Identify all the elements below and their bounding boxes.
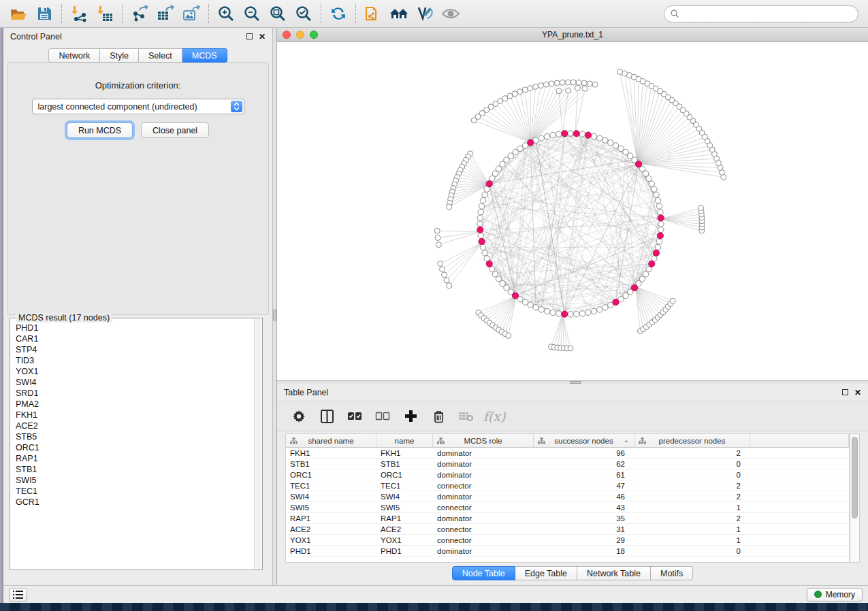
table-scrollbar[interactable] [850,433,860,563]
network-window-titlebar[interactable]: YPA_prune.txt_1 [277,28,868,42]
table-cell[interactable]: 29 [534,535,634,546]
table-cell[interactable]: 18 [534,546,634,557]
column-header-MCDS-role[interactable]: MCDS role [433,434,534,448]
open-session-button[interactable] [5,2,31,25]
first-neighbors-button[interactable] [386,2,412,25]
table-cell[interactable]: YOX1 [286,535,376,546]
mcds-result-item[interactable]: TEC1 [16,486,248,497]
memory-button[interactable]: Memory [807,588,863,601]
table-cell[interactable]: 1 [634,535,750,546]
table-cell[interactable]: 2 [634,448,750,459]
criterion-select[interactable]: largest connected component (undirected) [32,99,244,114]
table-cell[interactable]: ORC1 [376,469,433,480]
table-cell[interactable]: RAP1 [286,513,376,524]
table-cell[interactable]: dominator [433,448,534,459]
table-cell[interactable]: SWI4 [376,491,433,502]
mcds-result-item[interactable]: PMA2 [16,399,248,410]
add-column-button[interactable] [402,408,419,425]
tab-node-table[interactable]: Node Table [452,566,515,580]
save-session-button[interactable] [31,2,57,25]
table-row[interactable]: TEC1TEC1connector472 [286,480,849,491]
delete-column-button[interactable] [430,408,447,425]
import-network-button[interactable] [66,2,92,25]
table-cell[interactable]: 35 [534,513,634,524]
table-cell[interactable]: 2 [634,480,750,491]
table-cell[interactable]: ACE2 [376,524,433,535]
mcds-result-item[interactable]: SWI5 [16,475,248,486]
close-panel-button[interactable]: Close panel [141,122,209,138]
table-cell[interactable]: FKH1 [286,448,376,459]
scrollbar-thumb[interactable] [852,437,858,518]
table-cell[interactable]: 61 [534,469,634,480]
close-panel-icon[interactable]: ✕ [854,389,861,397]
table-cell[interactable]: SWI5 [286,502,376,513]
table-cell[interactable]: dominator [433,546,534,557]
table-row[interactable]: ORC1ORC1dominator610 [286,469,849,480]
table-cell[interactable]: connector [433,502,534,513]
run-mcds-button[interactable]: Run MCDS [67,122,133,138]
table-cell[interactable]: PHD1 [376,546,433,557]
table-cell[interactable]: 62 [534,459,634,469]
task-history-button[interactable] [9,588,27,601]
mcds-result-item[interactable]: RAP1 [16,453,248,464]
mcds-result-item[interactable]: FKH1 [16,410,248,420]
show-hide-button[interactable] [438,2,464,25]
table-cell[interactable]: STB1 [376,459,433,469]
new-network-from-selection-button[interactable] [360,2,386,25]
table-cell[interactable]: TEC1 [376,480,433,491]
table-row[interactable]: SWI5SWI5connector431 [286,502,849,513]
table-cell[interactable]: ACE2 [286,524,376,535]
table-cell[interactable]: 0 [634,469,750,480]
mcds-result-item[interactable]: STB1 [16,464,248,475]
table-cell[interactable]: 2 [634,491,750,502]
mcds-result-item[interactable]: STP4 [16,344,248,355]
table-cell[interactable]: SWI4 [286,491,376,502]
select-all-button[interactable] [347,408,363,425]
table-cell[interactable]: PHD1 [286,546,376,557]
global-search[interactable] [664,5,858,22]
table-row[interactable]: YOX1YOX1connector291 [286,535,849,546]
table-cell[interactable]: connector [433,524,534,535]
table-cell[interactable]: SWI5 [376,502,433,513]
table-row[interactable]: SWI4SWI4dominator462 [286,491,849,502]
zoom-fit-button[interactable] [265,2,291,25]
close-panel-icon[interactable]: ✕ [259,33,266,41]
mcds-result-item[interactable]: CAR1 [16,333,248,344]
export-network-button[interactable] [127,2,152,25]
mcds-result-item[interactable]: SRD1 [16,388,248,399]
search-input[interactable] [683,9,852,18]
mcds-result-item[interactable]: YOX1 [16,366,248,377]
table-cell[interactable]: ORC1 [286,469,376,480]
float-panel-icon[interactable] [246,33,253,39]
tab-select[interactable]: Select [139,48,182,63]
table-cell[interactable]: RAP1 [376,513,433,524]
import-table-button[interactable] [92,2,118,25]
table-row[interactable]: FKH1FKH1dominator962 [286,448,849,459]
mcds-result-item[interactable]: STB5 [16,431,248,442]
tab-network-table[interactable]: Network Table [577,566,651,580]
export-table-button[interactable] [152,2,178,25]
mcds-result-item[interactable]: TID3 [16,355,248,366]
tab-style[interactable]: Style [100,48,139,63]
tab-mcds[interactable]: MCDS [182,48,227,63]
table-cell[interactable]: 2 [634,513,750,524]
column-header-successor-nodes[interactable]: successor nodes⌄ [534,434,634,448]
mcds-result-item[interactable]: PHD1 [16,323,248,333]
network-canvas[interactable] [277,42,868,380]
table-cell[interactable]: 46 [534,491,634,502]
table-cell[interactable]: 96 [534,448,634,459]
table-cell[interactable]: 1 [634,502,750,513]
table-cell[interactable]: connector [433,535,534,546]
annotation-mode-button[interactable] [412,2,438,25]
table-cell[interactable]: dominator [433,459,534,469]
mcds-result-item[interactable]: SWI4 [16,377,248,388]
table-cell[interactable]: dominator [433,513,534,524]
table-cell[interactable]: YOX1 [376,535,433,546]
table-cell[interactable]: 1 [634,524,750,535]
table-row[interactable]: STB1STB1dominator620 [286,459,849,469]
export-image-button[interactable] [178,2,204,25]
table-cell[interactable]: FKH1 [376,448,433,459]
table-cell[interactable]: TEC1 [286,480,376,491]
tab-edge-table[interactable]: Edge Table [515,566,577,580]
column-header-shared-name[interactable]: shared name [286,434,376,448]
